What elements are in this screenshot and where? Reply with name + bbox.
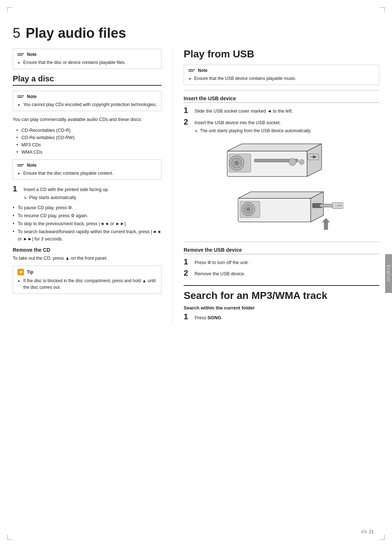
usb-note-list: Ensure that the USB device contains play… bbox=[188, 75, 375, 82]
note-header-2: Note bbox=[17, 94, 157, 99]
svg-point-9 bbox=[235, 161, 238, 165]
svg-marker-23 bbox=[322, 218, 330, 222]
svg-rect-24 bbox=[324, 222, 328, 230]
svg-marker-1 bbox=[227, 144, 322, 151]
right-column: Play from USB Note Ensure that the USB d… bbox=[172, 49, 379, 325]
tip-list: If the disc is blocked in the disc compa… bbox=[17, 277, 157, 291]
usb-plug-group: USB bbox=[238, 192, 343, 230]
note-box-1: Note Ensure that the disc or device cont… bbox=[13, 49, 162, 69]
step-bullet-4: To search backward/forward rapidly withi… bbox=[13, 228, 162, 243]
disc-body-text: You can play commercially available audi… bbox=[13, 116, 162, 123]
usb-step-2-result: ↳ The unit starts playing from the USB d… bbox=[195, 127, 379, 134]
note-item-1-1: Ensure that the disc or device contains … bbox=[23, 59, 157, 66]
note-header-1: Note bbox=[17, 52, 157, 57]
note-icon-3 bbox=[17, 163, 24, 168]
step-1: 1 Insert a CD with the printed side faci… bbox=[13, 185, 162, 201]
corner-mark-bl bbox=[7, 535, 12, 540]
step-1-result: ↳ Play starts automatically. bbox=[24, 194, 162, 201]
usb-note-header: Note bbox=[188, 68, 375, 73]
svg-marker-13 bbox=[238, 192, 323, 198]
note-item-3-1: Ensure that the disc contains playable c… bbox=[23, 170, 157, 177]
step-bullet-2: To resume CD play, press Φ again. bbox=[13, 212, 162, 219]
play-a-disc-title: Play a disc bbox=[13, 74, 162, 86]
usb-note-icon bbox=[188, 68, 195, 73]
corner-mark-tr bbox=[380, 7, 385, 12]
remove-cd-text: To take out the CD, press ▲ on the front… bbox=[13, 255, 162, 262]
disc-types-list: CD-Recordables (CD-R) CD-Re-writables (C… bbox=[13, 127, 162, 156]
search-step-1-content: Press SONG. bbox=[195, 313, 379, 321]
chapter-header: 5 Play audio files bbox=[13, 25, 379, 41]
divider-1 bbox=[184, 90, 379, 90]
page-wrapper: English 5 Play audio files Note Ensure t… bbox=[0, 0, 392, 547]
usb-step-2: 2 Insert the USB device into the USB soc… bbox=[184, 118, 379, 134]
usb-device-svg: USB bbox=[220, 140, 343, 235]
usb-note-item-1: Ensure that the USB device contains play… bbox=[194, 75, 375, 82]
tip-box: ✦ Tip If the disc is blocked in the disc… bbox=[13, 266, 162, 294]
remove-cd-section: Remove the CD To take out the CD, press … bbox=[13, 247, 162, 262]
left-column: Note Ensure that the disc or device cont… bbox=[13, 49, 172, 325]
svg-text:USB: USB bbox=[335, 204, 342, 207]
usb-note-box: Note Ensure that the USB device contains… bbox=[184, 65, 379, 85]
usb-illustration: USB bbox=[184, 140, 379, 236]
step-bullet-1: To pause CD play, press Φ. bbox=[13, 204, 162, 211]
divider-2 bbox=[184, 242, 379, 242]
disc-type-4: WMA CDs bbox=[16, 149, 162, 156]
arrow-icon-2: ↳ bbox=[195, 128, 198, 134]
arrow-icon-1: ↳ bbox=[24, 195, 27, 201]
svg-point-6 bbox=[299, 159, 304, 165]
note-list-3: Ensure that the disc contains playable c… bbox=[17, 170, 157, 177]
remove-usb-step-2: 2 Remove the USB device. bbox=[184, 269, 379, 277]
disc-type-1: CD-Recordables (CD-R) bbox=[16, 127, 162, 134]
tip-item-1: If the disc is blocked in the disc compa… bbox=[23, 277, 157, 291]
step-bullets-list: To pause CD play, press Φ. To resume CD … bbox=[13, 204, 162, 243]
note-header-3: Note bbox=[17, 163, 157, 168]
svg-point-18 bbox=[247, 208, 250, 211]
remove-cd-title: Remove the CD bbox=[13, 247, 162, 253]
note-box-2: Note You cannot play CDs encoded with co… bbox=[13, 91, 162, 111]
tip-header: ✦ Tip bbox=[17, 269, 157, 275]
note-icon-1 bbox=[17, 52, 24, 57]
note-icon-2 bbox=[17, 94, 24, 99]
note-item-2-1: You cannot play CDs encoded with copyrig… bbox=[23, 101, 157, 108]
remove-usb-step-2-content: Remove the USB device. bbox=[195, 269, 379, 277]
content-area: Note Ensure that the disc or device cont… bbox=[13, 49, 379, 325]
chapter-title: 5 Play audio files bbox=[13, 25, 379, 41]
stereo-unit bbox=[227, 144, 322, 177]
search-step-1: 1 Press SONG. bbox=[184, 313, 379, 321]
note-list-1: Ensure that the disc or device contains … bbox=[17, 59, 157, 66]
remove-usb-step-1: 1 Press Φ to turn off the unit. bbox=[184, 258, 379, 266]
search-subsection-title: Search within the current folder bbox=[184, 305, 379, 311]
disc-type-2: CD-Re-writables (CD-RW) bbox=[16, 134, 162, 141]
remove-usb-title: Remove the USB device bbox=[184, 247, 379, 254]
search-section-title: Search for an MP3/WMA track bbox=[184, 285, 379, 302]
insert-usb-title: Insert the USB device bbox=[184, 96, 379, 103]
note-box-3: Note Ensure that the disc contains playa… bbox=[13, 159, 162, 180]
note-list-2: You cannot play CDs encoded with copyrig… bbox=[17, 101, 157, 108]
play-from-usb-title: Play from USB bbox=[184, 49, 379, 60]
svg-point-5 bbox=[289, 158, 296, 166]
language-side-tab: English bbox=[385, 254, 392, 293]
usb-step-1-content: Slide the USB socket cover marked ◄ to t… bbox=[195, 106, 379, 115]
disc-type-3: MP3 CDs bbox=[16, 141, 162, 149]
step-1-content: Insert a CD with the printed side facing… bbox=[24, 185, 162, 201]
page-footer: EN 21 bbox=[361, 529, 374, 534]
usb-step-2-content: Insert the USB device into the USB socke… bbox=[195, 118, 379, 134]
corner-mark-br bbox=[380, 535, 385, 540]
tip-icon: ✦ bbox=[17, 269, 24, 275]
usb-step-1: 1 Slide the USB socket cover marked ◄ to… bbox=[184, 106, 379, 115]
remove-usb-step-1-content: Press Φ to turn off the unit. bbox=[195, 258, 379, 266]
step-bullet-3: To skip to the previous/next track, pres… bbox=[13, 220, 162, 227]
corner-mark-tl bbox=[7, 7, 12, 12]
